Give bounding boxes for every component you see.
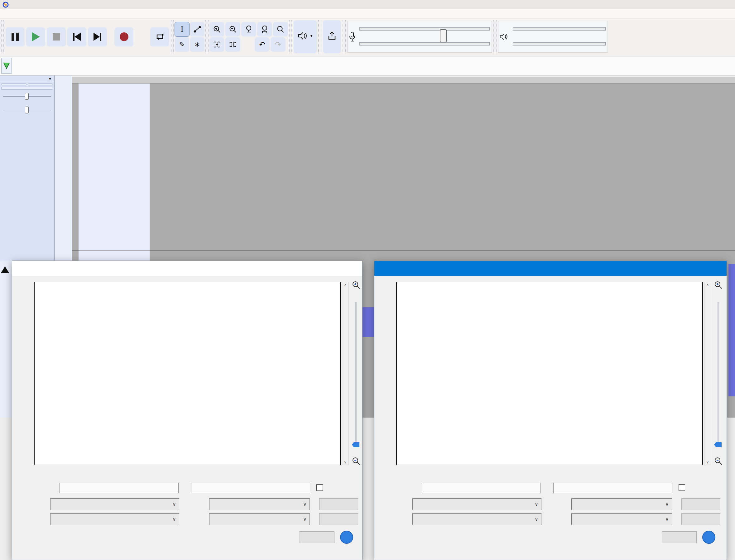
loop-button[interactable] — [150, 27, 169, 46]
help-button[interactable] — [702, 531, 715, 544]
microphone-icon — [349, 31, 356, 42]
minimize-button[interactable] — [665, 261, 685, 276]
window-titlebar[interactable] — [0, 0, 735, 9]
waveform[interactable] — [72, 77, 735, 251]
audio-setup-button[interactable]: ▾ — [294, 20, 317, 53]
zoom-selection-button[interactable] — [241, 22, 256, 36]
grid-checkbox[interactable] — [316, 484, 325, 491]
replot-button[interactable] — [319, 513, 358, 525]
dialog-titlebar[interactable] — [374, 261, 727, 276]
pan-slider-track[interactable] — [355, 302, 357, 442]
pan-slider-handle[interactable] — [352, 442, 359, 447]
grip-handle[interactable] — [493, 20, 497, 53]
chevron-down-icon: ∨ — [173, 514, 176, 525]
pan-slider-track[interactable] — [718, 302, 719, 442]
multi-tool-button[interactable]: ∗ — [190, 37, 204, 52]
grip-handle[interactable] — [318, 20, 321, 53]
gain-slider-thumb[interactable] — [25, 93, 29, 100]
zoom-out-icon[interactable] — [351, 456, 361, 466]
frequency-analysis-dialog-kissoff: ∧∨ ∨ ∨ ∨ ∨ — [374, 261, 727, 560]
plot-scrollbar[interactable]: ∧∨ — [342, 282, 349, 465]
maximize-button[interactable] — [321, 261, 342, 276]
zoom-fit-button[interactable] — [257, 22, 272, 36]
checkbox-check-icon — [679, 484, 685, 491]
silence-audio-button[interactable] — [225, 37, 240, 52]
size-select[interactable]: ∨ — [209, 498, 310, 510]
zoom-out-button[interactable] — [225, 22, 240, 36]
grid-checkbox[interactable] — [679, 484, 687, 491]
spectrum-plot[interactable] — [34, 282, 341, 465]
pan-slider-thumb[interactable] — [25, 107, 29, 113]
algorithm-select[interactable]: ∨ — [412, 498, 541, 510]
skip-to-start-button[interactable] — [67, 27, 86, 46]
playback-meter-scale — [513, 27, 606, 47]
axis-select[interactable]: ∨ — [209, 513, 310, 525]
grip-handle[interactable] — [205, 20, 209, 53]
timeline-ruler[interactable] — [0, 57, 735, 75]
zoom-toggle-button[interactable] — [273, 22, 288, 36]
pause-button[interactable] — [6, 27, 25, 46]
playback-meter[interactable] — [498, 21, 608, 53]
grip-handle[interactable] — [343, 20, 346, 53]
plot-scrollbar[interactable]: ∧∨ — [704, 282, 711, 465]
gain-slider[interactable] — [3, 92, 51, 100]
record-button[interactable] — [114, 27, 133, 46]
zoom-column — [351, 280, 361, 467]
panel-strip — [0, 261, 12, 418]
zoom-out-icon[interactable] — [713, 456, 723, 466]
redo-button[interactable]: ↷ — [271, 37, 286, 52]
dialog-titlebar[interactable] — [12, 261, 362, 276]
grip-handle[interactable] — [1, 20, 4, 53]
grip-handle[interactable] — [171, 20, 174, 53]
close-button[interactable] — [300, 531, 334, 543]
audacity-window: I ✎ ∗ — [0, 0, 735, 560]
maximize-button[interactable] — [685, 261, 706, 276]
skip-to-end-button[interactable] — [88, 27, 107, 46]
grip-handle[interactable] — [289, 20, 292, 53]
dropdown-arrow-icon: ▾ — [310, 34, 312, 38]
draw-tool-button[interactable]: ✎ — [175, 37, 189, 52]
zoom-in-button[interactable] — [209, 22, 224, 36]
cursor-value-box — [60, 483, 179, 493]
function-select[interactable]: ∨ — [412, 513, 541, 525]
stop-button[interactable] — [47, 27, 66, 46]
mute-button[interactable] — [1, 84, 26, 85]
close-button[interactable] — [662, 531, 697, 543]
track2-background[interactable] — [72, 251, 735, 261]
window-strip — [0, 418, 12, 560]
track2-selection-region[interactable] — [79, 251, 150, 261]
zoom-in-icon[interactable] — [713, 280, 723, 290]
chevron-down-icon: ∨ — [535, 514, 538, 525]
size-select[interactable]: ∨ — [571, 498, 672, 510]
export-button[interactable] — [681, 498, 720, 510]
spectrum-plot[interactable] — [396, 282, 703, 465]
trim-audio-button[interactable] — [209, 37, 224, 52]
export-button[interactable] — [319, 498, 358, 510]
track-menu-arrow-icon[interactable]: ▼ — [48, 77, 54, 81]
algorithm-select[interactable]: ∨ — [50, 498, 179, 510]
replot-button[interactable] — [681, 513, 720, 525]
share-audio-button[interactable] — [323, 20, 341, 53]
solo-button[interactable] — [28, 84, 53, 85]
function-select[interactable]: ∨ — [50, 513, 179, 525]
effects-button[interactable] — [1, 87, 53, 90]
pan-slider-handle[interactable] — [714, 442, 722, 447]
peak-value-box — [553, 483, 672, 493]
loop-play-pin[interactable] — [1, 58, 12, 74]
close-icon[interactable] — [342, 261, 362, 276]
help-button[interactable] — [340, 531, 353, 544]
play-button[interactable] — [26, 27, 45, 46]
zoom-in-icon[interactable] — [351, 280, 361, 290]
undo-button[interactable]: ↶ — [255, 37, 270, 52]
close-icon[interactable] — [706, 261, 727, 276]
collapse-triangle-icon[interactable] — [1, 266, 9, 273]
selection-tool-button[interactable]: I — [175, 22, 189, 36]
pan-slider[interactable] — [3, 106, 51, 114]
minimize-button[interactable] — [300, 261, 321, 276]
recording-volume-slider[interactable] — [440, 29, 447, 42]
zoom-column — [713, 280, 723, 467]
axis-select[interactable]: ∨ — [571, 513, 672, 525]
recording-meter[interactable] — [347, 21, 492, 53]
chevron-down-icon: ∨ — [535, 499, 538, 510]
envelope-tool-button[interactable] — [190, 22, 204, 36]
